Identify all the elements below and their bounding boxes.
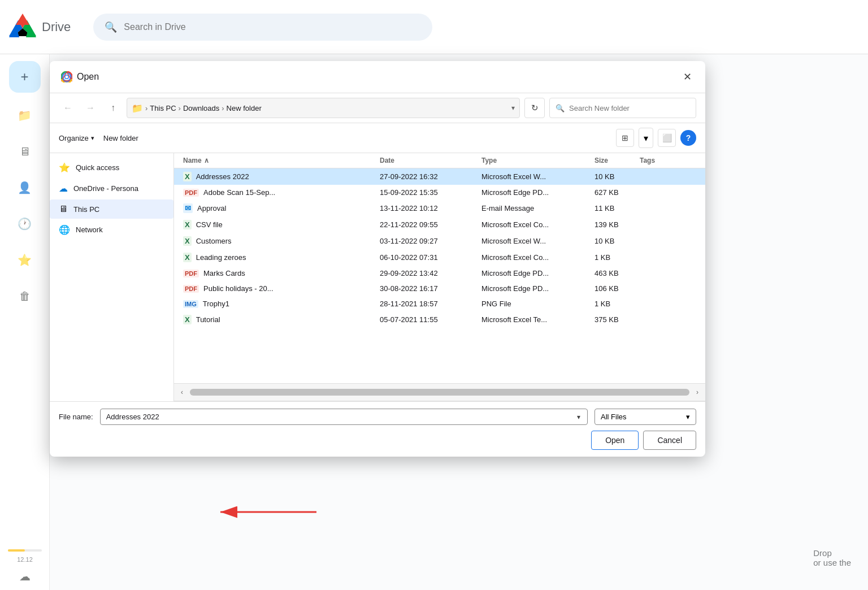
file-icon-pdf3: PDF <box>183 285 199 293</box>
dialog-content: ⭐ Quick access ☁ OneDrive - Persona 🖥 Th… <box>50 153 705 401</box>
file-name-cell: X CSV file <box>183 220 380 229</box>
file-date: 28-11-2021 18:57 <box>380 300 481 308</box>
file-size: 375 KB <box>594 315 640 324</box>
column-type[interactable]: Type <box>481 157 594 164</box>
column-size[interactable]: Size <box>594 157 640 164</box>
file-type: Microsoft Excel W... <box>481 237 594 245</box>
file-name-row: File name: ▾ All Files ▾ <box>59 409 696 425</box>
file-list-header: Name ∧ Date Type Size Tags <box>174 153 705 168</box>
file-type: PNG File <box>481 300 594 308</box>
file-name-text: Leading zeroes <box>196 253 246 262</box>
onedrive-icon: ☁ <box>59 183 68 194</box>
breadcrumb-new-folder: New folder <box>227 104 262 112</box>
file-icon-xlsx3: X <box>183 236 192 246</box>
file-name-text: Marks Cards <box>203 269 245 277</box>
file-type: Microsoft Edge PD... <box>481 284 594 293</box>
organize-left: Organize ▾ New folder <box>59 134 138 142</box>
file-size: 627 KB <box>594 188 640 197</box>
quick-access-label: Quick access <box>76 163 119 172</box>
drive-logo-text: Drive <box>42 20 71 34</box>
left-item-onedrive[interactable]: ☁ OneDrive - Persona <box>50 179 173 198</box>
table-row[interactable]: X Tutorial 05-07-2021 11:55 Microsoft Ex… <box>174 311 705 328</box>
file-name-cell: X Leading zeroes <box>183 253 380 262</box>
back-button[interactable]: ← <box>59 99 77 117</box>
breadcrumb-folder-icon: 📁 <box>132 103 143 114</box>
new-folder-button[interactable]: New folder <box>103 134 138 142</box>
this-pc-icon: 🖥 <box>59 204 68 214</box>
table-row[interactable]: IMG Trophy1 28-11-2021 18:57 PNG File 1 … <box>174 296 705 311</box>
file-name-text: Trophy1 <box>203 300 229 308</box>
file-date: 13-11-2022 10:12 <box>380 204 481 212</box>
breadcrumb-dropdown-icon[interactable]: ▾ <box>511 104 515 112</box>
dialog-search-box[interactable]: 🔍 <box>549 98 696 118</box>
file-size: 10 KB <box>594 237 640 245</box>
this-pc-label: This PC <box>73 205 99 214</box>
table-row[interactable]: X Addresses 2022 27-09-2022 16:32 Micros… <box>174 168 705 185</box>
scroll-right-arrow[interactable]: › <box>692 386 703 398</box>
file-name-dropdown-button[interactable]: ▾ <box>572 409 585 425</box>
left-item-quick-access[interactable]: ⭐ Quick access <box>50 158 173 177</box>
file-type-dropdown[interactable]: All Files ▾ <box>594 409 696 425</box>
table-row[interactable]: X Leading zeroes 06-10-2022 07:31 Micros… <box>174 249 705 266</box>
view-details-icon: ⊞ <box>622 133 628 142</box>
file-date: 29-09-2022 13:42 <box>380 269 481 277</box>
network-icon: 🌐 <box>59 224 70 235</box>
organize-button[interactable]: Organize ▾ <box>59 134 94 142</box>
left-item-this-pc[interactable]: 🖥 This PC <box>50 199 173 219</box>
file-date: 22-11-2022 09:55 <box>380 220 481 229</box>
table-row[interactable]: X CSV file 22-11-2022 09:55 Microsoft Ex… <box>174 216 705 233</box>
file-icon-pdf2: PDF <box>183 270 199 277</box>
up-button[interactable]: ↑ <box>104 99 122 117</box>
table-row[interactable]: PDF Adobe Scan 15-Sep... 15-09-2022 15:3… <box>174 185 705 200</box>
file-icon-msg: ✉ <box>183 203 193 213</box>
new-folder-label: New folder <box>103 134 138 142</box>
dialog-search-icon: 🔍 <box>555 104 565 112</box>
table-row[interactable]: PDF Marks Cards 29-09-2022 13:42 Microso… <box>174 266 705 281</box>
file-size: 1 KB <box>594 253 640 262</box>
file-name-input[interactable] <box>100 409 588 425</box>
breadcrumb-separator-3: › <box>222 104 224 112</box>
table-row[interactable]: PDF Public holidays - 20... 30-08-2022 1… <box>174 281 705 296</box>
cancel-button[interactable]: Cancel <box>643 431 696 450</box>
column-tags[interactable]: Tags <box>640 157 696 164</box>
file-type-label: All Files <box>601 413 627 421</box>
preview-pane-icon: ⬜ <box>662 133 672 142</box>
forward-button[interactable]: → <box>81 99 99 117</box>
help-button[interactable]: ? <box>680 130 696 146</box>
file-list: X Addresses 2022 27-09-2022 16:32 Micros… <box>174 168 705 383</box>
file-icon-xlsx5: X <box>183 315 192 324</box>
organize-right: ⊞ ▾ ⬜ ? <box>616 128 696 148</box>
file-type: Microsoft Excel Te... <box>481 315 594 324</box>
refresh-button[interactable]: ↻ <box>524 98 545 118</box>
breadcrumb[interactable]: 📁 › This PC › Downloads › New folder ▾ <box>127 98 520 118</box>
table-row[interactable]: ✉ Approval 13-11-2022 10:12 E-mail Messa… <box>174 200 705 216</box>
left-item-network[interactable]: 🌐 Network <box>50 220 173 240</box>
dialog-search-input[interactable] <box>569 104 690 112</box>
file-name-text: Adobe Scan 15-Sep... <box>203 188 275 197</box>
scroll-left-arrow[interactable]: ‹ <box>176 386 188 398</box>
file-type-dropdown-icon: ▾ <box>686 413 690 421</box>
organize-label: Organize <box>59 134 89 142</box>
quick-access-icon: ⭐ <box>59 162 70 173</box>
open-button[interactable]: Open <box>591 431 639 450</box>
svg-point-15 <box>66 76 68 79</box>
search-bar[interactable]: 🔍 <box>93 14 432 41</box>
preview-pane-button[interactable]: ⬜ <box>658 129 676 147</box>
file-size: 139 KB <box>594 220 640 229</box>
open-dialog: Open ✕ ← → ↑ 📁 › This PC › Downloads › N… <box>50 61 705 457</box>
file-name-text: Public holidays - 20... <box>203 284 274 293</box>
search-input[interactable] <box>124 22 421 32</box>
chrome-icon <box>61 71 72 83</box>
scroll-thumb[interactable] <box>190 389 689 396</box>
dialog-titlebar: Open ✕ <box>50 61 705 93</box>
horizontal-scrollbar[interactable]: ‹ › <box>174 383 705 401</box>
file-date: 06-10-2022 07:31 <box>380 253 481 262</box>
view-details-button[interactable]: ⊞ <box>616 129 634 147</box>
table-row[interactable]: X Customers 03-11-2022 09:27 Microsoft E… <box>174 233 705 249</box>
up-icon: ↑ <box>111 103 115 113</box>
column-name[interactable]: Name ∧ <box>183 157 380 164</box>
column-date[interactable]: Date <box>380 157 481 164</box>
view-dropdown-button[interactable]: ▾ <box>639 128 653 148</box>
close-button[interactable]: ✕ <box>678 68 696 86</box>
file-name-text: Approval <box>197 204 226 212</box>
